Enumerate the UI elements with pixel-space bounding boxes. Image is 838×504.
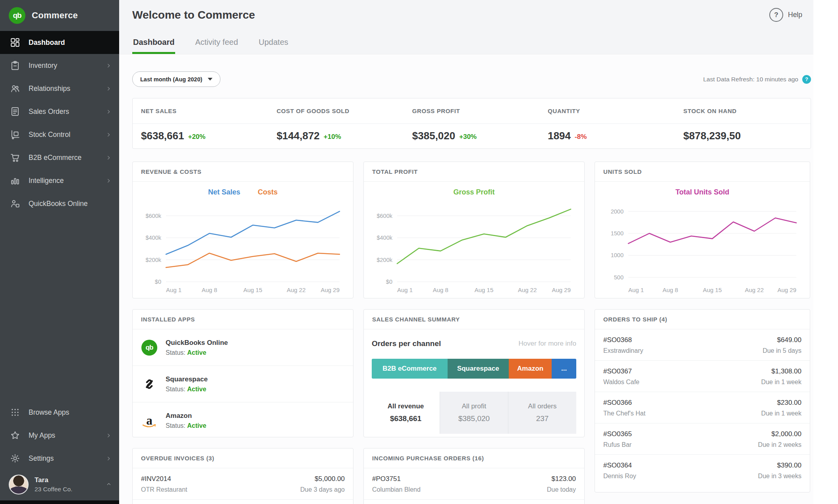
kpi-value-cell: $878,239,50 — [675, 124, 811, 149]
sidebar-footer: Browse AppsMy AppsSettings Tara 23 Coffe… — [0, 401, 119, 504]
sidebar-item-stock-control[interactable]: Stock Control — [0, 123, 119, 146]
dashboard-grid-icon — [10, 37, 20, 48]
sidebar-item-label: Intelligence — [29, 177, 64, 185]
row-name: The Chef's Hat — [603, 410, 645, 417]
orders-to-ship-title: ORDERS TO SHIP (4) — [595, 310, 810, 329]
row-left: #PO3751Columbian Blend — [372, 475, 421, 493]
installed-apps-card: INSTALLED APPS qbQuickBooks OnlineStatus… — [132, 309, 353, 437]
sidebar-item-label: Inventory — [29, 62, 57, 70]
kpi-label-cell: NET SALES — [133, 98, 268, 123]
channel-segment--[interactable]: ... — [552, 359, 576, 379]
sidebar-item-sales-orders[interactable]: Sales Orders — [0, 100, 119, 123]
svg-text:Aug 29: Aug 29 — [321, 287, 340, 293]
chevron-right-icon — [105, 455, 112, 462]
channel-segment-squarespace[interactable]: Squarespace — [448, 359, 509, 379]
row-id: #SO0365 — [603, 430, 632, 438]
svg-text:Aug 22: Aug 22 — [287, 287, 306, 293]
svg-text:$400k: $400k — [377, 235, 392, 241]
sidebar-item-browse-apps[interactable]: Browse Apps — [0, 401, 119, 424]
app-status: Status: Active — [166, 422, 206, 429]
row-id: #SO0364 — [603, 462, 636, 469]
row-right: $1,308.00Due in 1 week — [761, 367, 801, 386]
sidebar-item-label: Browse Apps — [29, 408, 69, 417]
row-id: #INV2014 — [141, 475, 187, 483]
svg-text:Aug 22: Aug 22 — [518, 287, 537, 293]
chart-legend: Total Units Sold — [595, 188, 810, 198]
chart-card-title: REVENUE & COSTS — [133, 162, 353, 182]
kpi-label-cell: QUANTITY — [539, 98, 675, 123]
brand-logo[interactable]: qb Commerce — [0, 0, 119, 31]
overdue-invoice-row[interactable]: #INV2014OTR Restaurant$5,000.00Due 3 day… — [133, 468, 353, 499]
period-filter-dropdown[interactable]: Last month (Aug 2020) — [132, 71, 220, 87]
sidebar-item-my-apps[interactable]: My Apps — [0, 424, 119, 447]
tab-dashboard[interactable]: Dashboard — [132, 38, 175, 54]
app-row[interactable]: SquarespaceStatus: Active — [133, 365, 353, 402]
order-to-ship-row[interactable]: #SO0364Dennis Roy$390.00Due in 3 weeks — [595, 454, 810, 486]
kpi-value: 1894 — [548, 130, 571, 142]
channel-stat-all-profit[interactable]: All profit$385,020 — [440, 392, 508, 434]
sidebar-item-inventory[interactable]: Inventory — [0, 54, 119, 77]
clipboard-icon — [10, 60, 20, 71]
status-value: Active — [187, 349, 206, 356]
orders-per-channel-label: Orders per channel — [372, 339, 441, 348]
chart-card-title: TOTAL PROFIT — [364, 162, 584, 182]
sidebar-item-intelligence[interactable]: Intelligence — [0, 169, 119, 192]
svg-text:Aug 22: Aug 22 — [745, 287, 764, 293]
help-button[interactable]: ? Help — [769, 8, 802, 22]
channel-stat-all-revenue[interactable]: All revenue$638,661 — [372, 392, 440, 434]
gear-icon — [10, 453, 20, 464]
chevron-right-icon — [105, 177, 112, 184]
order-to-ship-row[interactable]: #SO0366The Chef's Hat$230.00Due in 1 wee… — [595, 392, 810, 423]
purchase-order-row[interactable]: #PO0367$1,308.00 — [364, 499, 584, 504]
purchase-order-row[interactable]: #PO3751Columbian Blend$123.00Due today — [364, 468, 584, 499]
channel-segment-amazon[interactable]: Amazon — [509, 359, 552, 379]
overdue-invoice-row[interactable]: #INV2013$1,308.00 — [133, 499, 353, 504]
kpi-delta: +20% — [188, 133, 205, 141]
svg-text:Aug 15: Aug 15 — [703, 287, 722, 293]
sidebar-item-label: B2B eCommerce — [29, 154, 81, 162]
sidebar-item-dashboard[interactable]: Dashboard — [0, 31, 119, 54]
row-amount: $230.00 — [761, 399, 801, 407]
help-label: Help — [788, 11, 802, 19]
order-to-ship-row[interactable]: #SO0365Rufus Bar$2,000.00Due in 2 weeks — [595, 423, 810, 454]
sidebar-item-relationships[interactable]: Relationships — [0, 77, 119, 100]
status-prefix: Status: — [166, 422, 187, 429]
caret-down-icon — [208, 78, 212, 81]
chevron-right-icon — [105, 154, 112, 161]
row-left: #SO0367Waldos Cafe — [603, 367, 639, 386]
kpi-label: QUANTITY — [548, 108, 580, 114]
channel-segment-b2b-ecommerce[interactable]: B2B eCommerce — [372, 359, 448, 379]
order-to-ship-row[interactable]: #SO0367Waldos Cafe$1,308.00Due in 1 week — [595, 360, 810, 392]
kpi-summary-card: NET SALESCOST OF GOODS SOLDGROSS PROFITQ… — [132, 98, 811, 149]
line-chart: $600k$400k$200k$0Aug 1Aug 8Aug 15Aug 22A… — [141, 201, 346, 295]
refresh-help-icon[interactable]: ? — [802, 75, 811, 84]
app-row[interactable]: qbQuickBooks OnlineStatus: Active — [133, 329, 353, 365]
row-amount: $1,308.00 — [761, 367, 801, 375]
app-row[interactable]: aAmazonStatus: Active — [133, 402, 353, 439]
brand-name: Commerce — [32, 10, 78, 21]
star-icon — [10, 430, 20, 441]
row-right: $5,000.00Due 3 days ago — [300, 475, 345, 493]
sidebar-item-quickbooks-online[interactable]: QuickBooks Online — [0, 192, 119, 215]
kpi-value: $638,661 — [141, 130, 184, 142]
tab-updates[interactable]: Updates — [258, 38, 289, 54]
row-name: Exstrawdinary — [603, 347, 643, 354]
app-name: QuickBooks Online — [166, 339, 228, 347]
quickbooks-logo-icon: qb — [141, 340, 157, 356]
row-left: #INV2014OTR Restaurant — [141, 475, 187, 493]
refresh-note: Last Data Refresh: 10 minutes ago ? — [703, 75, 811, 84]
sidebar-item-b2b-ecommerce[interactable]: B2B eCommerce — [0, 146, 119, 169]
tab-activity-feed[interactable]: Activity feed — [194, 38, 239, 54]
channel-stat-all-orders[interactable]: All orders237 — [508, 392, 576, 434]
kpi-value: $878,239,50 — [684, 130, 741, 142]
status-value: Active — [187, 422, 206, 429]
document-icon — [10, 106, 20, 117]
installed-apps-title: INSTALLED APPS — [133, 310, 353, 329]
sales-channel-card: SALES CHANNEL SUMMARY Orders per channel… — [363, 309, 585, 437]
sidebar-item-settings[interactable]: Settings — [0, 447, 119, 470]
panel-grid: INSTALLED APPS qbQuickBooks OnlineStatus… — [132, 309, 811, 504]
row-due: Due in 1 week — [761, 410, 801, 417]
order-to-ship-row[interactable]: #SO0368Exstrawdinary$649.00Due in 5 days — [595, 329, 810, 360]
sidebar-item-label: Dashboard — [29, 38, 65, 47]
user-menu[interactable]: Tara 23 Coffee Co. — [0, 470, 119, 502]
